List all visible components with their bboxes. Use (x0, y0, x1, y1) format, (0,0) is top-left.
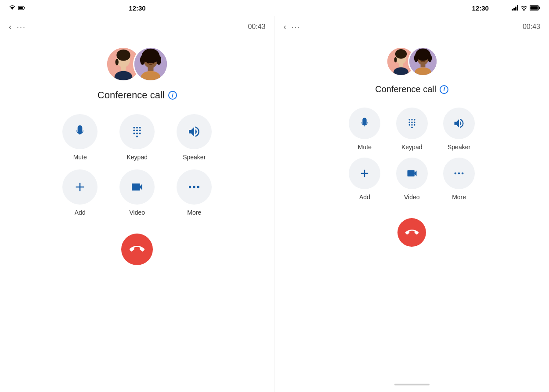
left-add-button[interactable] (62, 169, 98, 205)
left-mute-button[interactable] (62, 114, 98, 149)
left-call-timer: 00:43 (248, 23, 265, 31)
right-conference-title: Conference call i (375, 84, 448, 94)
svg-point-32 (193, 186, 195, 188)
left-speaker-label: Speaker (183, 154, 206, 161)
left-avatar-section: Conference call i (98, 47, 177, 101)
left-video-icon (130, 180, 144, 194)
svg-point-17 (140, 55, 145, 65)
left-avatar-2 (133, 47, 168, 82)
svg-point-48 (411, 119, 413, 121)
svg-point-24 (134, 129, 135, 131)
svg-point-11 (116, 59, 119, 65)
svg-point-44 (428, 54, 432, 62)
svg-point-55 (414, 124, 415, 126)
svg-point-26 (139, 129, 141, 131)
svg-point-33 (197, 186, 199, 188)
svg-point-18 (156, 55, 161, 65)
right-avatar-section: Conference call i (375, 47, 448, 94)
right-nav-bar: ‹ ··· 00:43 (275, 16, 549, 38)
svg-rect-39 (399, 64, 403, 67)
left-phone-screen: ‹ ··· 00:43 (0, 16, 275, 392)
left-status-icons (9, 5, 25, 11)
right-status-bar: 12:30 (274, 0, 549, 16)
left-mute-item: Mute (58, 114, 102, 161)
left-speaker-icon (187, 125, 201, 139)
right-speaker-button[interactable] (443, 108, 475, 139)
right-keypad-label: Keypad (401, 144, 422, 151)
battery-small-icon (18, 5, 25, 11)
svg-point-47 (408, 119, 410, 121)
left-avatars (106, 47, 168, 82)
svg-point-23 (139, 127, 141, 129)
svg-point-37 (394, 57, 397, 62)
left-more-icon (187, 180, 201, 194)
svg-point-56 (411, 127, 413, 129)
right-time: 12:30 (472, 4, 489, 12)
left-more-item: More (172, 169, 216, 216)
right-more-options-button[interactable]: ··· (292, 22, 301, 32)
left-keypad-item: Keypad (115, 114, 159, 161)
left-speaker-button[interactable] (177, 114, 212, 149)
svg-rect-6 (539, 7, 540, 9)
svg-point-57 (455, 173, 457, 175)
left-status-bar: 12:30 (0, 0, 274, 16)
left-more-options-button[interactable]: ··· (17, 22, 26, 32)
right-end-call-icon (405, 226, 419, 239)
right-phone-screen: ‹ ··· 00:43 (275, 16, 549, 392)
right-more-icon (453, 167, 465, 180)
right-end-call-section (397, 218, 426, 247)
svg-point-28 (136, 133, 138, 134)
signal-bars-icon (512, 5, 518, 11)
left-end-call-section (121, 234, 153, 265)
right-more-button[interactable] (443, 158, 475, 189)
left-mute-label: Mute (73, 154, 87, 161)
right-add-button[interactable] (349, 158, 380, 189)
left-nav-bar: ‹ ··· 00:43 (0, 16, 274, 38)
svg-point-10 (117, 50, 130, 61)
svg-point-30 (136, 136, 138, 137)
svg-point-27 (134, 133, 135, 134)
right-button-grid: Mute (333, 108, 491, 201)
right-keypad-button[interactable] (396, 108, 428, 139)
svg-rect-3 (18, 7, 23, 9)
svg-point-22 (136, 127, 138, 129)
svg-point-43 (414, 54, 418, 62)
right-more-label: More (452, 194, 466, 201)
battery-icon-right (530, 5, 540, 11)
left-speaker-item: Speaker (172, 114, 216, 161)
left-mute-icon (73, 125, 87, 139)
svg-point-50 (408, 122, 410, 123)
right-video-icon (406, 167, 418, 180)
left-add-label: Add (75, 209, 86, 216)
left-video-button[interactable] (119, 169, 155, 205)
svg-rect-46 (420, 64, 425, 67)
left-add-item: Add (58, 169, 102, 216)
left-video-item: Video (115, 169, 159, 216)
left-time: 12:30 (129, 4, 145, 12)
right-back-button[interactable]: ‹ (284, 22, 286, 32)
svg-point-36 (395, 49, 407, 59)
svg-rect-2 (24, 7, 25, 8)
right-avatars (386, 47, 438, 76)
left-more-button[interactable] (177, 169, 212, 205)
left-info-icon[interactable]: i (168, 91, 177, 100)
svg-point-31 (189, 186, 191, 188)
left-keypad-button[interactable] (119, 114, 155, 149)
svg-rect-13 (121, 67, 126, 71)
svg-point-54 (411, 124, 413, 126)
right-video-button[interactable] (396, 158, 428, 189)
svg-point-21 (134, 127, 135, 129)
svg-point-59 (462, 173, 464, 175)
svg-rect-7 (530, 6, 538, 10)
right-mute-item: Mute (346, 108, 383, 151)
right-mute-button[interactable] (349, 108, 380, 139)
left-end-call-button[interactable] (121, 234, 153, 265)
svg-rect-20 (148, 67, 154, 71)
right-speaker-label: Speaker (448, 144, 470, 151)
right-info-icon[interactable]: i (440, 85, 448, 94)
right-speaker-item: Speaker (440, 108, 477, 151)
left-keypad-label: Keypad (127, 154, 148, 161)
left-video-label: Video (129, 209, 145, 216)
left-back-button[interactable]: ‹ (9, 22, 11, 32)
right-end-call-button[interactable] (397, 218, 426, 247)
